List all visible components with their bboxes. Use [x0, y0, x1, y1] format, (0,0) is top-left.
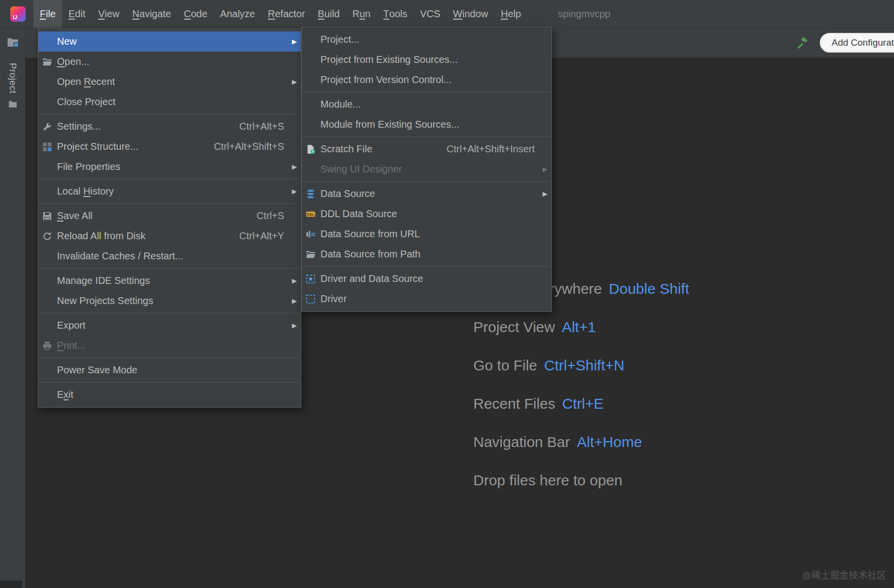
menu-item-scratch-file[interactable]: Scratch FileCtrl+Alt+Shift+Insert [302, 139, 551, 159]
menu-item-label: Project from Existing Sources... [320, 54, 458, 65]
save-icon [42, 211, 55, 222]
menu-item-label: File Properties [57, 161, 120, 172]
shortcut-hint: Go to FileCtrl+Shift+N [473, 355, 689, 376]
menu-item-label: Project... [320, 34, 359, 45]
menu-separator [39, 203, 300, 204]
project-tool-window-button[interactable]: Project [7, 63, 18, 94]
menu-item-icon-spacer [42, 186, 55, 197]
menu-file[interactable]: File [33, 0, 62, 28]
svg-text:DDL: DDL [307, 212, 315, 217]
menu-item-local-history[interactable]: Local History▶ [38, 181, 301, 201]
menu-item-driver[interactable]: Driver [302, 289, 551, 309]
shortcut-hint: Drop files here to open [473, 470, 689, 491]
menu-item-label: Project from Version Control... [320, 74, 452, 85]
menu-item-icon-spacer [42, 77, 55, 87]
reload-icon [42, 231, 55, 242]
menu-item-exit[interactable]: Exit [38, 385, 301, 405]
submenu-arrow-icon: ▶ [288, 38, 297, 45]
submenu-arrow-icon: ▶ [288, 277, 297, 284]
menu-item-new[interactable]: New▶ [38, 31, 301, 52]
project-name: spingmvcpp [558, 8, 610, 20]
menu-build[interactable]: Build [312, 0, 346, 28]
menu-item-new-projects-settings[interactable]: New Projects Settings▶ [38, 291, 301, 311]
tool-window-corner [0, 581, 22, 588]
shortcut-hint-key: Double Shift [609, 280, 689, 297]
database-icon [306, 189, 318, 199]
menu-item-label: Invalidate Caches / Restart... [57, 251, 183, 262]
submenu-arrow-icon: ▶ [288, 188, 297, 195]
menu-item-data-source-from-url[interactable]: Data Source from URL [302, 224, 551, 244]
menu-item-module[interactable]: Module... [302, 94, 551, 114]
menu-item-project-from-existing-sources[interactable]: Project from Existing Sources... [302, 50, 551, 70]
menu-item-label: Module from Existing Sources... [320, 119, 459, 130]
menu-item-icon-spacer [42, 390, 55, 400]
wrench-icon [42, 121, 55, 132]
menu-item-label: Exit [57, 389, 73, 400]
menu-item-icon-spacer [306, 164, 318, 175]
menu-item-label: Driver [320, 293, 346, 305]
driver-datasource-icon [306, 274, 318, 284]
menu-item-open-recent[interactable]: Open Recent▶ [38, 72, 301, 92]
menu-item-data-source-from-path[interactable]: Data Source from Path [302, 244, 551, 264]
menu-item-reload-all-from-disk[interactable]: Reload All from DiskCtrl+Alt+Y [38, 226, 301, 246]
menu-item-label: Project Structure... [57, 141, 139, 152]
submenu-arrow-icon: ▶ [288, 322, 297, 329]
menu-item-driver-and-data-source[interactable]: Driver and Data Source [302, 269, 551, 289]
menu-item-print: Print... [38, 336, 301, 356]
menu-item-label: Save All [57, 210, 92, 222]
folder-open-icon [306, 249, 318, 260]
menu-item-close-project[interactable]: Close Project [38, 92, 301, 112]
menu-item-label: Power Save Mode [57, 364, 137, 376]
menu-edit[interactable]: Edit [62, 0, 91, 28]
menu-item-icon-spacer [306, 55, 318, 65]
menu-help[interactable]: Help [494, 0, 527, 28]
menu-item-project-from-version-control[interactable]: Project from Version Control... [302, 70, 551, 90]
menu-item-module-from-existing-sources[interactable]: Module from Existing Sources... [302, 114, 551, 135]
menu-item-data-source[interactable]: Data Source▶ [302, 184, 551, 204]
add-configuration-button[interactable]: Add Configuration... [820, 33, 894, 53]
shortcut-hint-key: Alt+Home [577, 434, 642, 450]
menu-separator [39, 268, 300, 269]
submenu-arrow-icon: ▶ [288, 78, 297, 85]
left-tool-stripe: Project [0, 28, 26, 588]
menu-item-icon-spacer [42, 296, 55, 307]
menu-separator [39, 114, 300, 114]
intellij-logo-icon: IJ [10, 6, 26, 22]
menu-analyze[interactable]: Analyze [214, 0, 261, 28]
menu-item-invalidate-caches-restart[interactable]: Invalidate Caches / Restart... [38, 246, 301, 266]
menu-item-icon-spacer [42, 97, 55, 108]
menu-item-save-all[interactable]: Save AllCtrl+S [38, 206, 301, 226]
menu-item-manage-ide-settings[interactable]: Manage IDE Settings▶ [38, 271, 301, 291]
scratch-file-icon [306, 144, 318, 155]
menu-item-file-properties[interactable]: File Properties▶ [38, 157, 301, 177]
menu-item-shortcut: Ctrl+Alt+Y [239, 230, 288, 242]
menu-separator [302, 137, 551, 137]
folder-open-icon [42, 56, 55, 67]
menu-item-ddl-data-source[interactable]: DDLDDL Data Source [302, 204, 551, 224]
menu-tools[interactable]: Tools [377, 0, 414, 28]
menu-run[interactable]: Run [346, 0, 377, 28]
shortcut-hint-label: Drop files here to open [473, 472, 623, 489]
menu-item-label: Local History [57, 186, 114, 197]
project-structure-icon [42, 141, 55, 152]
menu-vcs[interactable]: VCS [414, 0, 447, 28]
submenu-arrow-icon: ▶ [288, 163, 297, 170]
menu-code[interactable]: Code [177, 0, 214, 28]
menu-item-label: Data Source [320, 188, 375, 199]
menu-refactor[interactable]: Refactor [261, 0, 312, 28]
menu-item-export[interactable]: Export▶ [38, 315, 301, 336]
menu-navigate[interactable]: Navigate [126, 0, 177, 28]
menu-item-project-structure[interactable]: Project Structure...Ctrl+Alt+Shift+S [38, 137, 301, 157]
build-hammer-icon[interactable] [794, 35, 809, 50]
menu-item-shortcut: Ctrl+S [257, 210, 288, 222]
project-folder-icon[interactable] [7, 36, 19, 48]
menu-item-open[interactable]: Open... [38, 52, 301, 72]
menu-item-project[interactable]: Project... [302, 29, 551, 50]
menu-window[interactable]: Window [447, 0, 494, 28]
menu-item-settings[interactable]: Settings...Ctrl+Alt+S [38, 116, 301, 137]
menu-view[interactable]: View [92, 0, 126, 28]
shortcut-hint-label: Recent Files [473, 395, 555, 412]
menu-item-label: Scratch File [320, 143, 373, 155]
menu-item-power-save-mode[interactable]: Power Save Mode [38, 360, 301, 380]
menubar-items: FileEditViewNavigateCodeAnalyzeRefactorB… [33, 0, 527, 28]
